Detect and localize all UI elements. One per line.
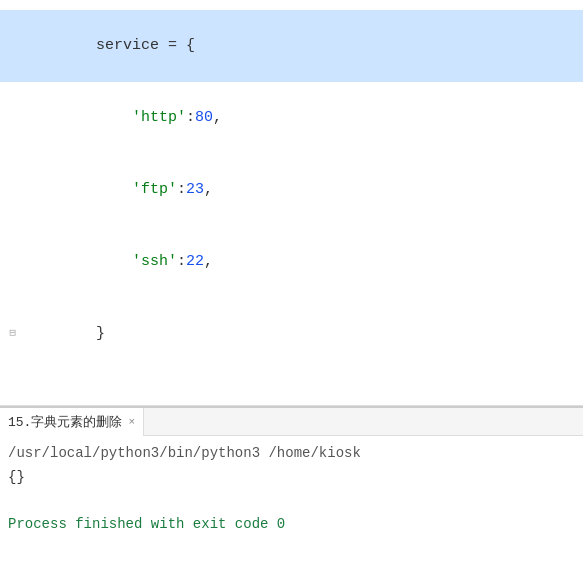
terminal-tab-bar: 15.字典元素的删除 × (0, 408, 583, 436)
code-token: service (96, 37, 159, 54)
line-gutter-4 (0, 226, 20, 298)
terminal-output-line2 (8, 490, 575, 514)
code-token: 'http' (132, 109, 186, 126)
code-token (96, 181, 132, 198)
code-token: : (177, 253, 186, 270)
fold-icon: ⊟ (9, 325, 16, 343)
line-content-1: service = { (20, 10, 583, 82)
line-gutter-2 (0, 82, 20, 154)
terminal-tab[interactable]: 15.字典元素的删除 × (0, 408, 144, 436)
code-line-6 (0, 370, 583, 394)
line-content-6 (20, 370, 583, 394)
code-token: : (186, 109, 195, 126)
line-gutter-6 (0, 370, 20, 394)
code-token: , (204, 253, 213, 270)
code-token: 22 (186, 253, 204, 270)
line-gutter-5: ⊟ (0, 298, 20, 370)
code-token: 'ssh' (132, 253, 177, 270)
code-token: } (96, 325, 105, 342)
code-line-1: service = { (0, 10, 583, 82)
code-token (96, 109, 132, 126)
line-content-3: 'ftp':23, (20, 154, 583, 226)
code-token: : (177, 181, 186, 198)
code-line-5: ⊟ } (0, 298, 583, 370)
code-line-7: # 清空字典内容 (0, 394, 583, 406)
editor-pane: service = { 'http':80, 'ftp':23, 'ssh':2… (0, 0, 583, 406)
terminal-body: /usr/local/python3/bin/python3 /home/kio… (0, 436, 583, 566)
code-line-4: 'ssh':22, (0, 226, 583, 298)
code-token: 80 (195, 109, 213, 126)
terminal-command-line: /usr/local/python3/bin/python3 /home/kio… (8, 442, 575, 466)
code-token: = { (159, 37, 195, 54)
line-gutter-1 (0, 10, 20, 82)
line-content-2: 'http':80, (20, 82, 583, 154)
code-token: 'ftp' (132, 181, 177, 198)
code-token: , (213, 109, 222, 126)
line-content-7: # 清空字典内容 (20, 394, 583, 406)
code-line-3: 'ftp':23, (0, 154, 583, 226)
terminal-exit-message: Process finished with exit code 0 (8, 513, 575, 537)
terminal-output-line1: {} (8, 466, 575, 490)
line-gutter-7 (0, 394, 20, 406)
code-area: service = { 'http':80, 'ftp':23, 'ssh':2… (0, 6, 583, 406)
line-gutter-3 (0, 154, 20, 226)
code-token: , (204, 181, 213, 198)
code-token (96, 253, 132, 270)
terminal-tab-label: 15.字典元素的删除 (8, 413, 122, 431)
terminal-command-text: /usr/local/python3/bin/python3 /home/kio… (8, 445, 361, 461)
code-line-2: 'http':80, (0, 82, 583, 154)
terminal-tab-close[interactable]: × (128, 416, 135, 428)
line-content-5: } (20, 298, 583, 370)
code-token: 23 (186, 181, 204, 198)
terminal-pane: 15.字典元素的删除 × /usr/local/python3/bin/pyth… (0, 406, 583, 566)
line-content-4: 'ssh':22, (20, 226, 583, 298)
